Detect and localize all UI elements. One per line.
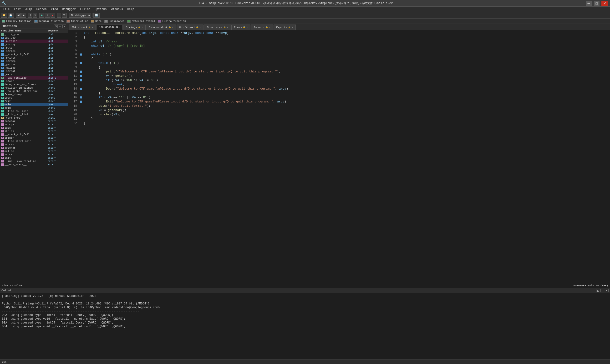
list-item[interactable]: f _strlen .plt (0, 50, 68, 53)
table-row[interactable]: 15 } (68, 91, 610, 95)
tabs-bar[interactable]: IDA View-A 🔒 ✕ Pseudocode-B ✕ Strings 🔒 … (68, 24, 610, 30)
list-item[interactable]: f join .text (0, 106, 68, 110)
breakpoint-dot[interactable] (80, 75, 82, 77)
list-item[interactable]: f _getchar .plt (0, 63, 68, 66)
list-item[interactable]: f getchar extern (0, 146, 68, 150)
tab-ida-view-a[interactable]: IDA View-A 🔒 ✕ (69, 25, 96, 30)
list-item[interactable]: f puts extern (0, 126, 68, 130)
tab-close-button[interactable]: ✕ (199, 26, 201, 29)
list-item[interactable]: f strcpy extern (0, 123, 68, 126)
list-item[interactable]: f __stack_chk_fail extern (0, 133, 68, 136)
list-item[interactable]: f printf extern (0, 136, 68, 140)
code-area[interactable]: 1int __fastcall __noreturn main(int argc… (68, 30, 610, 283)
functions-undock[interactable]: ⊡ (54, 25, 58, 28)
table-row[interactable]: 12 if ( v4 != 100 && v4 != 68 ) (68, 78, 610, 82)
toolbar-stop[interactable]: ■ (51, 13, 55, 18)
table-row[interactable]: 11 v4 = getchar(); (68, 74, 610, 78)
table-row[interactable]: 4 char v4; // [rsp+Fh] [rbp-1h] (68, 44, 610, 48)
list-item[interactable]: f _puts .plt (0, 46, 68, 50)
toolbar-forward[interactable]: ▶ (21, 13, 26, 18)
tab-close-button[interactable]: ✕ (227, 26, 228, 29)
breakpoint-dot[interactable] (80, 105, 82, 107)
output-close[interactable]: ✕ (605, 289, 609, 292)
list-item[interactable]: f deregister_tm_clones .text (0, 83, 68, 86)
functions-panel-controls[interactable]: ⊡ ─ ✕ (54, 25, 66, 28)
table-row[interactable]: 1int __fastcall __noreturn main(int argc… (68, 31, 610, 35)
tab-close-button[interactable]: ✕ (247, 26, 248, 29)
menu-windows[interactable]: Windows (109, 7, 125, 12)
menu-file[interactable]: File (1, 7, 12, 12)
breakpoint-dot[interactable] (80, 118, 82, 120)
list-item[interactable]: f strlen extern (0, 130, 68, 133)
list-item[interactable]: f __libc_start_main extern (0, 140, 68, 143)
list-item[interactable]: f __imp___cxa_finalize extern (0, 160, 68, 163)
list-item[interactable]: f _start .text (0, 79, 68, 83)
table-row[interactable]: 18 puts("Input fault format!"); (68, 104, 610, 108)
list-item[interactable]: f register_tm_clones .text (0, 86, 68, 90)
toolbar-nav2[interactable]: ⟫ (33, 13, 37, 18)
table-row[interactable]: 3 int v3; // eax (68, 39, 610, 44)
breakpoint-dot[interactable] (80, 109, 82, 112)
list-item[interactable]: f main .text (0, 103, 68, 106)
list-item[interactable]: f strcmp extern (0, 143, 68, 146)
table-row[interactable]: 10 printf("Welcome to CTF game!\nPlease … (68, 70, 610, 74)
list-item[interactable]: f _init_proc .init (0, 33, 68, 36)
breakpoint-dot[interactable] (80, 92, 82, 94)
table-row[interactable]: 17 Exit("Welcome to CTF game!\nPlease in… (68, 100, 610, 104)
list-item[interactable]: f __do_global_dtors_aux .text (0, 90, 68, 93)
tab-close-button[interactable]: ✕ (269, 26, 271, 29)
list-item[interactable]: f _exit .plt (0, 73, 68, 76)
toolbar-pause[interactable]: ⏸ (45, 13, 50, 18)
menu-search[interactable]: Search (34, 7, 48, 12)
list-item[interactable]: f __libc_csu_fini .text (0, 113, 68, 116)
breakpoint-dot[interactable] (80, 40, 82, 43)
tab-enums[interactable]: Enums 🔒 ✕ (231, 25, 250, 30)
list-item[interactable]: f _putchar .plt (0, 39, 68, 43)
list-item[interactable]: f __stack_chk_fail .plt (0, 53, 68, 56)
table-row[interactable]: 21 } (68, 117, 610, 121)
breakpoint-dot[interactable] (80, 113, 82, 116)
functions-list[interactable]: f _init_proc .init f sub_760 .plt f _put… (0, 33, 68, 283)
table-row[interactable]: 2{ (68, 35, 610, 39)
list-item[interactable]: f Decry .text (0, 96, 68, 100)
list-item[interactable]: f _malloc .plt (0, 66, 68, 70)
table-row[interactable]: 5 (68, 48, 610, 52)
toolbar-stepover[interactable]: ↷ (62, 13, 67, 18)
debugger-select[interactable]: No debugger (69, 13, 91, 18)
breakpoint-dot[interactable] (80, 66, 82, 69)
output-controls[interactable]: ⊡ ─ ✕ (596, 289, 609, 292)
list-item[interactable]: f Exit .text (0, 100, 68, 103)
toolbar-open[interactable]: 📂 (1, 13, 7, 18)
breakpoint-dot[interactable] (80, 49, 82, 52)
list-item[interactable]: f _strcmp .plt (0, 60, 68, 63)
toolbar-run[interactable]: ▶ (39, 13, 44, 18)
list-item[interactable]: f _term_proc .fini (0, 116, 68, 120)
table-row[interactable]: 16 if ( v4 == 113 || v4 == 81 ) (68, 95, 610, 100)
tab-close-button[interactable]: ✕ (142, 26, 143, 29)
breakpoint-dot[interactable] (80, 70, 82, 73)
list-item[interactable]: f putchar extern (0, 120, 68, 123)
tab-imports[interactable]: Imports 🔒 ✕ (251, 25, 273, 30)
breakpoint-dot[interactable] (80, 101, 82, 103)
menu-edit[interactable]: Edit (12, 7, 23, 12)
table-row[interactable]: 9 { (68, 65, 610, 70)
output-minimize[interactable]: ─ (600, 289, 604, 292)
menu-help[interactable]: Help (125, 7, 136, 12)
list-item[interactable]: f sub_760 .plt (0, 36, 68, 39)
list-item[interactable]: f _strcpy .plt (0, 43, 68, 46)
tab-pseudocode-a[interactable]: Pseudocode-A 🔒 ✕ (146, 25, 176, 30)
table-row[interactable]: 20 putchar(v3); (68, 112, 610, 117)
breakpoint-dot[interactable] (80, 36, 82, 39)
breakpoint-dot[interactable] (80, 32, 82, 34)
table-row[interactable]: 8 while ( 1 ) (68, 61, 610, 65)
list-item[interactable]: f _printf .plt (0, 56, 68, 60)
breakpoint-dot[interactable] (80, 96, 82, 99)
output-content[interactable]: [Patching] Loaded v0.1.2 - (c) Markus Ga… (0, 293, 610, 359)
tab-exports[interactable]: Exports 🔒 ✕ (273, 25, 296, 30)
table-row[interactable]: 14 Decry("Welcome to CTF game!\nPlease i… (68, 87, 610, 91)
menu-debugger[interactable]: Debugger (60, 7, 78, 12)
tab-hex-view-1[interactable]: Hex View-1 🔒 ✕ (177, 25, 204, 30)
toolbar-nav1[interactable]: ⟪ (28, 13, 32, 18)
list-item[interactable]: f strcat extern (0, 153, 68, 156)
output-undock[interactable]: ⊡ (596, 289, 600, 292)
